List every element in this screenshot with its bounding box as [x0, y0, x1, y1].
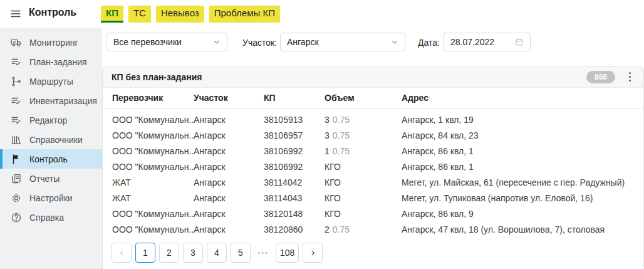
sidebar-item-redaktor[interactable]: Редактор: [0, 110, 102, 130]
district-select-value: Ангарск: [287, 37, 319, 47]
task-list-icon: [11, 115, 22, 126]
cell-carrier: ООО "Коммунальн...: [103, 162, 194, 172]
page-button-1[interactable]: 1: [135, 243, 155, 263]
column-header-kp: КП: [264, 93, 325, 103]
cell-district: Ангарск: [194, 130, 264, 140]
cell-carrier: ООО "Коммунальн...: [103, 146, 194, 156]
cell-address: Ангарск, 1 квл, 19: [402, 115, 643, 125]
cell-carrier: ЖАТ: [103, 177, 194, 187]
date-input[interactable]: 28.07.2022: [444, 33, 531, 51]
chevron-down-icon: [391, 38, 398, 46]
cell-kp: 38120860: [264, 224, 325, 235]
page-button-4[interactable]: 4: [207, 243, 227, 263]
page-button-2[interactable]: 2: [159, 243, 179, 263]
carrier-select[interactable]: Все перевозчики: [106, 33, 227, 51]
sidebar-item-label: Справочники: [29, 135, 83, 145]
table-row[interactable]: ООО "Коммунальн... Ангарск 38106957 30.7…: [103, 127, 643, 143]
tab-problemy-kp[interactable]: Проблемы КП: [209, 6, 280, 23]
table-row[interactable]: ООО "Коммунальн... Ангарск 38105913 30.7…: [103, 112, 643, 127]
cell-carrier: ЖАТ: [103, 193, 194, 203]
hamburger-menu-icon[interactable]: [10, 8, 21, 19]
kebab-menu-icon[interactable]: [625, 70, 635, 84]
cell-volume: КГО: [325, 162, 402, 172]
cell-volume: КГО: [325, 193, 402, 203]
flag-icon: [11, 154, 22, 165]
tab-ts[interactable]: ТС: [128, 6, 151, 23]
sidebar-item-plan-zadaniya[interactable]: План-задания: [0, 52, 102, 71]
pagination-ellipsis[interactable]: •••: [254, 249, 272, 256]
truck-icon: [11, 37, 22, 48]
cell-district: Ангарск: [194, 115, 264, 125]
column-header-district: Участок: [194, 93, 264, 103]
route-icon: [11, 76, 22, 87]
cell-carrier: ООО "Коммунальн...: [103, 130, 194, 140]
district-select[interactable]: Ангарск: [280, 33, 405, 51]
help-icon: [11, 212, 22, 223]
sidebar-item-kontrol[interactable]: Контроль: [0, 149, 102, 169]
cell-kp: 38114043: [264, 193, 325, 203]
cell-volume: 30.75: [325, 115, 402, 125]
sidebar-item-nastroyki[interactable]: Настройки: [0, 188, 102, 208]
cell-address: Ангарск, 86 квл, 1: [402, 146, 643, 156]
cell-address: Ангарск, 86 квл, 9: [402, 209, 643, 219]
tab-bar: КП ТС Невывоз Проблемы КП: [101, 6, 280, 23]
sidebar-item-otchety[interactable]: Отчеты: [0, 169, 102, 188]
sidebar-item-marshruty[interactable]: Маршруты: [0, 71, 102, 91]
prev-page-button[interactable]: [112, 243, 132, 263]
sidebar-item-label: Редактор: [29, 115, 67, 125]
chevron-down-icon: [213, 38, 221, 46]
next-page-button[interactable]: [303, 243, 323, 263]
sidebar-item-monitoring[interactable]: Мониторинг: [0, 33, 102, 52]
cell-volume: 10.75: [325, 146, 402, 156]
table-row[interactable]: ЖАТ Ангарск 38114042 КГО Мегет, ул. Майс…: [103, 174, 643, 190]
top-bar: Контроль КП ТС Невывоз Проблемы КП: [0, 0, 644, 28]
cell-district: Ангарск: [194, 193, 264, 203]
page-button-last[interactable]: 108: [276, 243, 299, 263]
page-button-3[interactable]: 3: [183, 243, 203, 263]
cell-volume: КГО: [325, 209, 402, 219]
sidebar-item-label: План-задания: [29, 57, 87, 67]
books-icon: [11, 134, 22, 145]
cell-kp: 38114042: [264, 177, 325, 187]
task-list-icon: [11, 56, 22, 68]
page-title: Контроль: [29, 7, 76, 18]
table-row[interactable]: ООО "Коммунальн... Ангарск 38120860 20.7…: [103, 221, 643, 237]
cell-kp: 38106992: [264, 162, 325, 172]
tab-nevyvoz[interactable]: Невывоз: [156, 6, 204, 23]
cell-district: Ангарск: [194, 177, 264, 187]
sidebar-item-spravochniki[interactable]: Справочники: [0, 130, 102, 149]
sidebar-item-inventarizatsiya[interactable]: Инвентаризация: [0, 91, 102, 110]
district-label: Участок:: [242, 38, 277, 48]
page-button-5[interactable]: 5: [231, 243, 251, 263]
sidebar: Мониторинг План-задания Маршруты Инвента…: [0, 28, 102, 269]
cell-district: Ангарск: [194, 209, 264, 219]
table-row[interactable]: ООО "Коммунальн... Ангарск 38106992 КГО …: [103, 159, 643, 174]
cell-volume: КГО: [325, 177, 402, 187]
cell-volume: 20.75: [325, 224, 402, 235]
sidebar-item-label: Мониторинг: [29, 38, 78, 48]
cell-volume: 30.75: [325, 130, 402, 140]
report-icon: [11, 173, 22, 184]
cell-district: Ангарск: [194, 146, 264, 156]
cell-address: Мегет, ул. Майская, 61 (пересечение с пе…: [402, 177, 643, 187]
sidebar-item-label: Справка: [29, 213, 64, 223]
sidebar-item-label: Маршруты: [29, 76, 73, 87]
panel-title: КП без план-задания: [112, 72, 202, 82]
sidebar-item-spravka[interactable]: Справка: [0, 208, 102, 227]
cell-address: Ангарск, 84 квл, 23: [402, 130, 643, 140]
tab-kp[interactable]: КП: [101, 6, 123, 23]
date-input-value: 28.07.2022: [450, 37, 494, 47]
gear-icon: [11, 193, 22, 204]
count-badge: 860: [586, 71, 615, 83]
table-row[interactable]: ООО "Коммунальн... Ангарск 38120148 КГО …: [103, 206, 643, 221]
column-header-carrier: Перевозчик: [103, 93, 194, 103]
cell-district: Ангарск: [194, 162, 264, 172]
table-row[interactable]: ЖАТ Ангарск 38114043 КГО Мегет, ул. Тупи…: [103, 190, 643, 206]
sidebar-item-label: Отчеты: [29, 174, 60, 184]
table-row[interactable]: ООО "Коммунальн... Ангарск 38106992 10.7…: [103, 143, 643, 159]
date-label: Дата:: [418, 38, 440, 48]
cell-kp: 38106992: [264, 146, 325, 156]
panel-header: КП без план-задания 860: [103, 66, 643, 88]
column-header-address: Адрес: [402, 93, 643, 103]
cell-carrier: ООО "Коммунальн...: [103, 209, 194, 219]
